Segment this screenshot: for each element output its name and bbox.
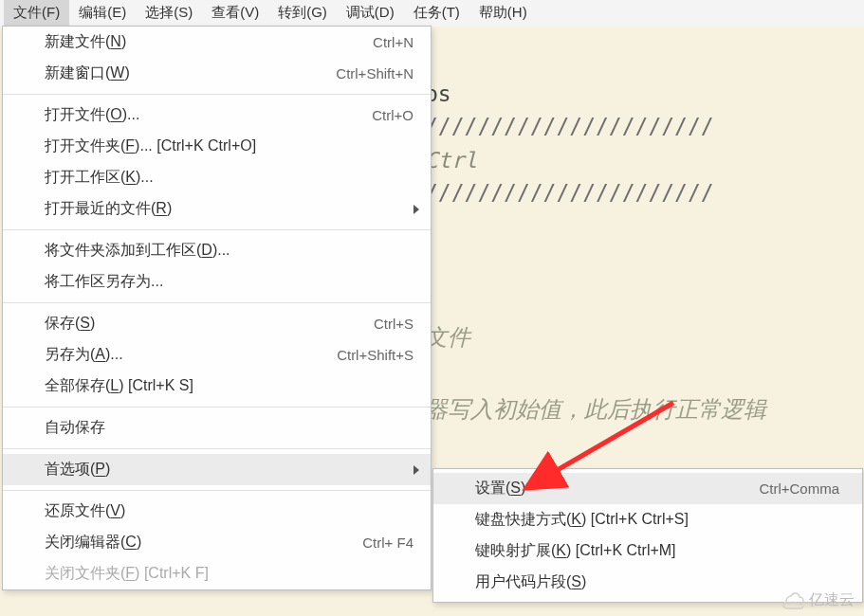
menu-item-label: 新建窗口(W) xyxy=(45,63,307,83)
menu-item-label: 全部保存(L) [Ctrl+K S] xyxy=(45,376,414,396)
editor-text: Ctrl xyxy=(425,148,477,172)
menu-view[interactable]: 查看(V) xyxy=(202,0,268,27)
menu-save-as[interactable]: 另存为(A)... Ctrl+Shift+S xyxy=(3,339,431,371)
menubar: 文件(F) 编辑(E) 选择(S) 查看(V) 转到(G) 调试(D) 任务(T… xyxy=(0,0,864,27)
menu-item-label: 新建文件(N) xyxy=(45,32,344,52)
menu-item-label: 自动保存 xyxy=(45,418,414,438)
menu-preferences[interactable]: 首选项(P) xyxy=(3,454,431,485)
menu-save-all[interactable]: 全部保存(L) [Ctrl+K S] xyxy=(3,371,431,402)
menu-item-label: 另存为(A)... xyxy=(45,345,308,365)
submenu-keymap-extension[interactable]: 键映射扩展(K) [Ctrl+K Ctrl+M] xyxy=(433,535,862,567)
menu-item-label: 将文件夹添加到工作区(D)... xyxy=(45,241,414,261)
menu-new-file[interactable]: 新建文件(N) Ctrl+N xyxy=(3,27,431,58)
submenu-settings[interactable]: 设置(S) Ctrl+Comma xyxy=(433,473,862,504)
menu-tasks[interactable]: 任务(T) xyxy=(404,0,469,27)
cloud-icon xyxy=(779,592,805,609)
watermark: 亿速云 xyxy=(779,590,855,610)
menu-separator xyxy=(3,407,431,408)
submenu-arrow-icon xyxy=(414,465,419,475)
menu-item-label: 用户代码片段(S) xyxy=(475,572,839,592)
file-menu-dropdown: 新建文件(N) Ctrl+N 新建窗口(W) Ctrl+Shift+N 打开文件… xyxy=(2,26,432,590)
menu-save[interactable]: 保存(S) Ctrl+S xyxy=(3,308,431,339)
editor-text: ////////////////////// xyxy=(425,114,714,138)
menu-file[interactable]: 文件(F) xyxy=(4,0,69,27)
submenu-keyboard-shortcuts[interactable]: 键盘快捷方式(K) [Ctrl+K Ctrl+S] xyxy=(433,504,862,535)
menu-item-label: 键盘快捷方式(K) [Ctrl+K Ctrl+S] xyxy=(475,510,839,530)
menu-item-shortcut: Ctrl+N xyxy=(373,34,414,50)
menu-close-editor[interactable]: 关闭编辑器(C) Ctrl+ F4 xyxy=(3,527,431,558)
menu-item-shortcut: Ctrl+O xyxy=(372,107,414,123)
svg-point-2 xyxy=(795,601,797,603)
menu-item-shortcut: Ctrl+Shift+N xyxy=(336,65,414,82)
menu-item-shortcut: Ctrl+Comma xyxy=(759,480,839,497)
menu-edit[interactable]: 编辑(E) xyxy=(69,0,136,27)
menu-auto-save[interactable]: 自动保存 xyxy=(3,412,431,444)
menu-go[interactable]: 转到(G) xyxy=(268,0,337,27)
editor-text: ////////////////////// xyxy=(425,180,714,205)
menu-separator xyxy=(3,448,431,449)
menu-new-window[interactable]: 新建窗口(W) Ctrl+Shift+N xyxy=(3,58,431,89)
watermark-text: 亿速云 xyxy=(809,590,855,610)
menu-open-recent[interactable]: 打开最近的文件(R) xyxy=(3,193,431,225)
menu-item-label: 设置(S) xyxy=(475,479,721,498)
menu-debug[interactable]: 调试(D) xyxy=(337,0,404,27)
menu-item-label: 关闭编辑器(C) xyxy=(45,533,334,553)
menu-select[interactable]: 选择(S) xyxy=(136,0,202,27)
menu-item-label: 首选项(P) xyxy=(45,460,414,480)
menu-item-label: 打开最近的文件(R) xyxy=(45,199,414,219)
editor-text: 文件 xyxy=(425,322,470,353)
menu-open-file[interactable]: 打开文件(O)... Ctrl+O xyxy=(3,100,431,131)
menu-item-label: 打开工作区(K)... xyxy=(45,168,414,188)
preferences-submenu: 设置(S) Ctrl+Comma 键盘快捷方式(K) [Ctrl+K Ctrl+… xyxy=(432,468,863,603)
menu-open-workspace[interactable]: 打开工作区(K)... xyxy=(3,162,431,193)
menu-separator xyxy=(3,490,431,491)
svg-point-1 xyxy=(788,601,790,603)
menu-add-folder[interactable]: 将文件夹添加到工作区(D)... xyxy=(3,235,431,266)
menu-item-label: 保存(S) xyxy=(45,314,345,334)
menu-help[interactable]: 帮助(H) xyxy=(469,0,537,27)
menu-item-label: 还原文件(V) xyxy=(45,501,414,521)
menu-item-shortcut: Ctrl+S xyxy=(374,316,414,332)
menu-save-workspace-as[interactable]: 将工作区另存为... xyxy=(3,266,431,298)
menu-item-label: 将工作区另存为... xyxy=(45,272,414,292)
menu-item-shortcut: Ctrl+ F4 xyxy=(362,534,414,551)
menu-item-label: 打开文件夹(F)... [Ctrl+K Ctrl+O] xyxy=(45,136,414,156)
menu-separator xyxy=(3,229,431,230)
editor-text: 器写入初始值，此后执行正常逻辑 xyxy=(425,394,766,425)
menu-open-folder[interactable]: 打开文件夹(F)... [Ctrl+K Ctrl+O] xyxy=(3,131,431,162)
menu-separator xyxy=(3,94,431,95)
menu-close-folder: 关闭文件夹(F) [Ctrl+K F] xyxy=(3,558,431,589)
menu-revert-file[interactable]: 还原文件(V) xyxy=(3,496,431,527)
submenu-arrow-icon xyxy=(414,205,419,214)
menu-item-label: 关闭文件夹(F) [Ctrl+K F] xyxy=(45,564,414,584)
menu-item-label: 打开文件(O)... xyxy=(45,105,343,125)
menu-separator xyxy=(3,302,431,303)
menu-item-label: 键映射扩展(K) [Ctrl+K Ctrl+M] xyxy=(475,541,839,561)
menu-item-shortcut: Ctrl+Shift+S xyxy=(337,347,414,363)
